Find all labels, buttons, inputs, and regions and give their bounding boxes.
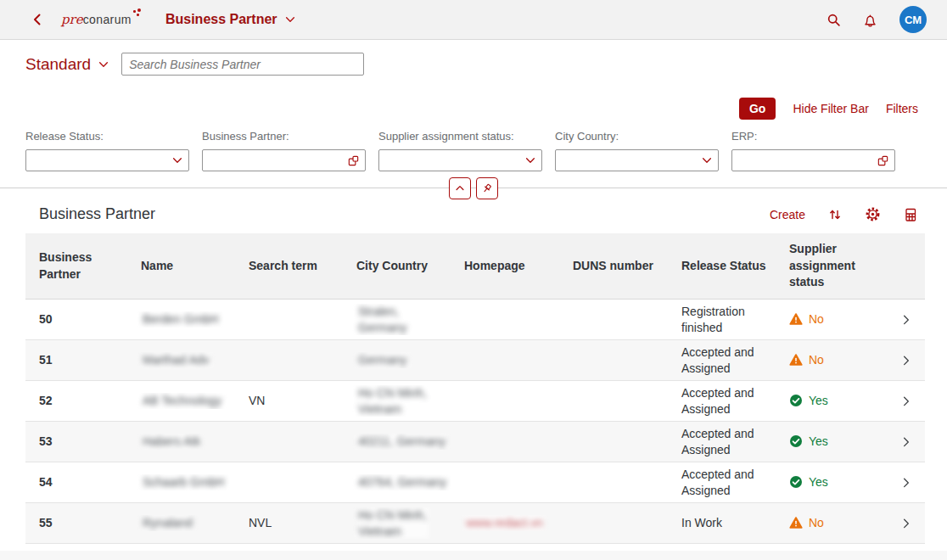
supplier-status-text: No [809, 515, 824, 531]
cell-city-country: 40764, Germany [343, 474, 451, 490]
filter-field-label: City Country: [555, 130, 719, 143]
row-chevron-right-icon[interactable] [899, 313, 912, 326]
filter-field-label: Supplier assignment status: [378, 130, 542, 143]
filter-field: Business Partner: [202, 130, 366, 171]
app-title-text: Business Partner [165, 12, 277, 27]
pin-header-button[interactable] [476, 177, 498, 199]
cell-supplier-assignment-status: No [776, 311, 886, 328]
cell-city-country: Ho Chi Minh, Vietnam [343, 385, 451, 417]
filter-field-label: Release Status: [25, 130, 189, 143]
filter-bar-divider [0, 188, 947, 188]
logo-rest-text: conarum [83, 13, 132, 26]
supplier-status-text: Yes [809, 393, 828, 409]
business-partner-table-card: Business Partner Create Business Partner… [0, 188, 947, 551]
filter-field-control[interactable] [378, 149, 542, 171]
supplier-status-text: No [809, 352, 824, 368]
cell-city-country: Stralen, Germany [343, 304, 451, 336]
filters-link[interactable]: Filters [886, 102, 918, 115]
filter-field-control[interactable] [25, 149, 189, 171]
export-spreadsheet-icon[interactable] [903, 207, 918, 222]
value-help-icon [347, 154, 360, 167]
variant-selector[interactable]: Standard [25, 55, 109, 74]
filter-field-control[interactable] [555, 149, 719, 171]
column-header[interactable]: Homepage [451, 251, 559, 282]
cell-release-status: Accepted and Assigned [668, 426, 776, 458]
logo-dots [132, 8, 141, 17]
cell-supplier-assignment-status: Yes [776, 434, 886, 450]
row-chevron-right-icon[interactable] [899, 476, 912, 489]
cell-name: Marthad Adv [127, 352, 235, 368]
cell-name: Berden GmbH [127, 311, 235, 328]
search-icon[interactable] [827, 13, 841, 27]
table-row[interactable]: 54 Schaarb GmbH 40764, Germany Accepted … [25, 462, 925, 503]
cell-search-term: NVL [235, 515, 343, 531]
filter-bar-section: Standard Go Hide Filter Bar Filters Rele… [0, 40, 947, 188]
column-header[interactable]: Search term [235, 251, 343, 282]
collapse-header-button[interactable] [449, 177, 471, 199]
filter-field-control[interactable] [731, 149, 895, 171]
cell-search-term: VN [235, 393, 343, 409]
cell-city-country: 40211, Germany [343, 434, 451, 450]
business-partner-table: Business PartnerNameSearch termCity Coun… [25, 233, 925, 544]
cell-homepage [451, 352, 559, 368]
row-chevron-right-icon[interactable] [899, 354, 912, 367]
row-chevron-right-icon[interactable] [899, 435, 912, 448]
supplier-status-text: Yes [809, 474, 828, 490]
table-row[interactable]: 55 Rynaland NVL Ho Chi Minh, Vietnam www… [25, 503, 925, 544]
user-avatar[interactable]: CM [899, 6, 927, 33]
column-header[interactable]: City Country [343, 251, 451, 282]
chevron-up-icon [454, 182, 466, 194]
filter-field: Supplier assignment status: [378, 130, 542, 171]
go-button[interactable]: Go [739, 98, 776, 120]
table-row[interactable]: 53 Habers Atk 40211, Germany Accepted an… [25, 422, 925, 462]
filter-field: ERP: [731, 130, 895, 171]
chevron-down-icon [524, 154, 536, 166]
search-business-partner-input[interactable] [121, 53, 364, 76]
filter-field-control[interactable] [202, 149, 366, 171]
success-icon [789, 475, 803, 489]
back-icon[interactable] [31, 13, 44, 26]
cell-business-partner: 55 [25, 515, 127, 531]
cell-city-country: Germany [343, 352, 451, 368]
warning-icon [789, 516, 803, 529]
filter-field: Release Status: [25, 130, 189, 171]
cell-release-status: In Work [668, 515, 776, 531]
chevron-down-icon [701, 154, 713, 166]
cell-name: Habers Atk [127, 434, 235, 450]
table-row[interactable]: 51 Marthad Adv Germany Accepted and Assi… [25, 340, 925, 381]
cell-homepage [451, 393, 559, 409]
row-chevron-right-icon[interactable] [899, 395, 912, 407]
table-row[interactable]: 50 Berden GmbH Stralen, Germany Registra… [25, 300, 925, 340]
cell-business-partner: 51 [25, 352, 127, 368]
column-header[interactable]: Name [127, 251, 235, 282]
column-header[interactable]: Business Partner [25, 243, 127, 289]
row-chevron-right-icon[interactable] [899, 517, 912, 529]
cell-supplier-assignment-status: No [776, 352, 886, 368]
shell-bar: preconarum Business Partner CM [0, 0, 947, 40]
cell-homepage [451, 311, 559, 328]
column-header[interactable]: Release Status [668, 251, 776, 282]
sort-icon[interactable] [827, 207, 843, 222]
table-header-row: Business PartnerNameSearch termCity Coun… [25, 233, 925, 300]
warning-icon [789, 312, 803, 326]
app-title-menu[interactable]: Business Partner [165, 12, 296, 27]
variant-title-text: Standard [25, 55, 91, 74]
cell-homepage [451, 474, 559, 490]
cell-homepage: www.redact.vn [451, 515, 559, 531]
column-header[interactable]: DUNS number [559, 251, 668, 282]
cell-release-status: Registration finished [668, 304, 776, 336]
create-button[interactable]: Create [770, 208, 805, 221]
settings-gear-icon[interactable] [865, 206, 881, 222]
filter-field-label: Business Partner: [202, 130, 366, 143]
column-header-spacer [886, 260, 925, 273]
cell-release-status: Accepted and Assigned [668, 344, 776, 377]
column-header[interactable]: Supplier assignment status [776, 234, 886, 298]
notifications-bell-icon[interactable] [863, 13, 877, 27]
table-body: 50 Berden GmbH Stralen, Germany Registra… [25, 300, 925, 544]
cell-supplier-assignment-status: No [776, 515, 886, 531]
table-row[interactable]: 52 AB Technology VN Ho Chi Minh, Vietnam… [25, 381, 925, 422]
hide-filter-bar-link[interactable]: Hide Filter Bar [793, 102, 868, 115]
success-icon [789, 434, 803, 448]
warning-icon [789, 353, 803, 367]
supplier-status-text: No [809, 311, 824, 328]
